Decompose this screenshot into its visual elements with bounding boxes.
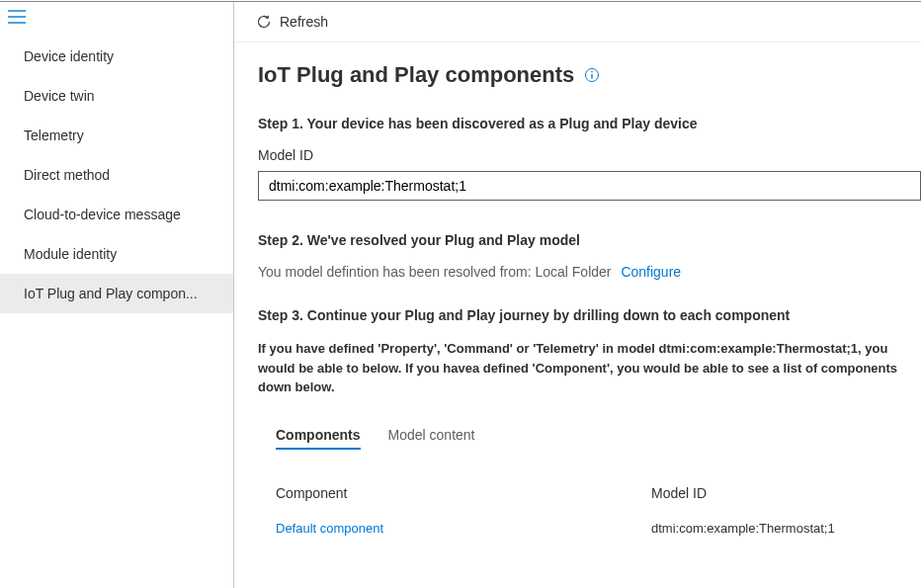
hamburger-icon [8,10,26,24]
model-id-input[interactable] [258,171,921,201]
step-2-heading: Step 2. We've resolved your Plug and Pla… [258,232,921,248]
component-model-id: dtmi:com:example:Thermostat;1 [651,521,921,536]
sidebar-item-telemetry[interactable]: Telemetry [0,116,233,155]
svg-point-5 [591,71,593,73]
table-row: Default component dtmi:com:example:Therm… [276,511,921,546]
tabs: Components Model content [276,421,921,450]
tab-model-content[interactable]: Model content [388,421,475,449]
tab-components[interactable]: Components [276,421,361,449]
sidebar-item-device-twin[interactable]: Device twin [0,76,233,116]
table-header: Component Model ID [276,475,921,511]
step-3-heading: Step 3. Continue your Plug and Play jour… [258,307,921,323]
step-1-section: Step 1. Your device has been discovered … [258,116,921,224]
table-header-component: Component [276,485,651,501]
sidebar-item-module-identity[interactable]: Module identity [0,234,233,274]
step-2-resolve-line: You model defintion has been resolved fr… [258,264,921,280]
step-3-section: Step 3. Continue your Plug and Play jour… [258,307,921,546]
step-3-description: If you have defined 'Property', 'Command… [258,339,921,397]
component-link[interactable]: Default component [276,521,651,536]
content-body: IoT Plug and Play components Step 1. You… [234,42,921,588]
configure-link[interactable]: Configure [621,264,681,280]
page-title: IoT Plug and Play components [258,62,574,88]
step-2-resolved-text: You model defintion has been resolved fr… [258,264,611,280]
sidebar-item-device-identity[interactable]: Device identity [0,37,233,76]
sidebar: Device identity Device twin Telemetry Di… [0,2,234,588]
sidebar-item-iot-plug-and-play-components[interactable]: IoT Plug and Play compon... [0,274,233,313]
step-2-section: Step 2. We've resolved your Plug and Pla… [258,232,921,280]
sidebar-nav: Device identity Device twin Telemetry Di… [0,37,233,313]
main-layout: Device identity Device twin Telemetry Di… [0,2,921,588]
refresh-icon [256,14,272,30]
toolbar: Refresh [234,2,921,42]
refresh-button[interactable]: Refresh [248,10,336,34]
components-table: Component Model ID Default component dtm… [276,475,921,546]
refresh-label: Refresh [280,14,328,30]
table-header-model-id: Model ID [651,485,921,501]
menu-toggle-button[interactable] [0,6,34,37]
page-title-container: IoT Plug and Play components [258,62,921,88]
sidebar-item-direct-method[interactable]: Direct method [0,155,233,195]
step-1-heading: Step 1. Your device has been discovered … [258,116,921,131]
model-id-label: Model ID [258,147,921,163]
info-icon[interactable] [584,67,600,83]
sidebar-item-cloud-to-device-message[interactable]: Cloud-to-device message [0,195,233,234]
content-pane: Refresh IoT Plug and Play components Ste… [234,2,921,588]
